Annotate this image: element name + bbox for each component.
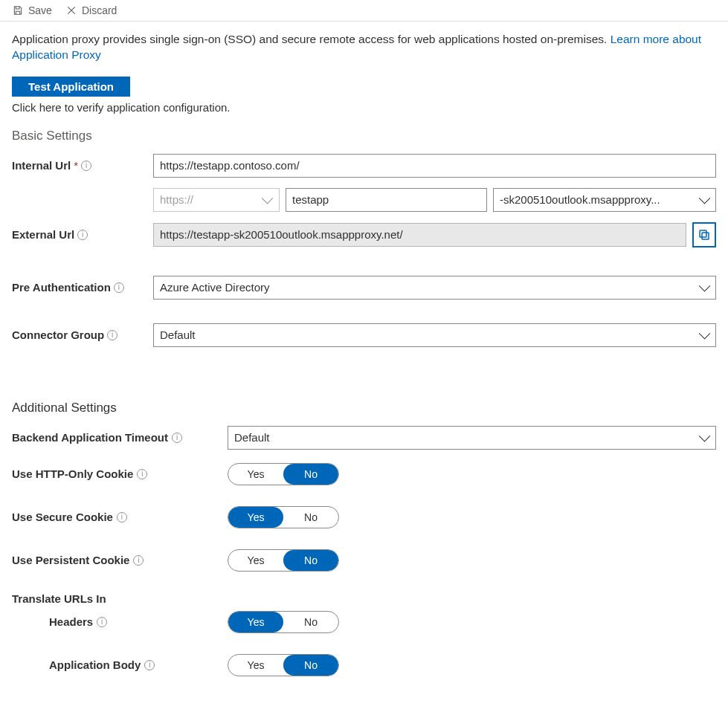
connector-label: Connector Group bbox=[12, 329, 104, 341]
toggle-no[interactable]: No bbox=[283, 612, 338, 632]
row-persistent-cookie: Use Persistent Cookie i Yes No bbox=[12, 549, 716, 572]
info-icon[interactable]: i bbox=[77, 230, 88, 240]
verify-text: Click here to verify application configu… bbox=[12, 101, 716, 114]
info-icon[interactable]: i bbox=[81, 161, 91, 171]
row-external-url: External Url i bbox=[12, 222, 716, 247]
info-icon[interactable]: i bbox=[117, 512, 127, 522]
external-url-label: External Url bbox=[12, 228, 74, 241]
toggle-yes[interactable]: Yes bbox=[228, 464, 283, 485]
save-label: Save bbox=[28, 4, 52, 16]
toggle-yes[interactable]: Yes bbox=[228, 507, 283, 528]
row-connector-group: Connector Group i bbox=[12, 323, 716, 347]
command-bar: Save Discard bbox=[0, 0, 728, 22]
backend-timeout-select[interactable] bbox=[228, 426, 716, 450]
row-translate-body: Application Body i Yes No bbox=[12, 654, 716, 676]
test-application-button[interactable]: Test Application bbox=[12, 77, 130, 97]
copy-external-url-button[interactable] bbox=[692, 222, 716, 247]
discard-label: Discard bbox=[82, 4, 117, 16]
body-toggle[interactable]: Yes No bbox=[228, 654, 339, 676]
copy-icon bbox=[698, 228, 711, 242]
toggle-no[interactable]: No bbox=[283, 464, 338, 485]
toggle-yes[interactable]: Yes bbox=[228, 550, 283, 571]
intro-paragraph: Application proxy provides single sign-o… bbox=[12, 33, 611, 45]
row-http-only-cookie: Use HTTP-Only Cookie i Yes No bbox=[12, 463, 716, 485]
save-icon bbox=[12, 4, 24, 16]
subdomain-input[interactable] bbox=[286, 188, 487, 212]
info-icon[interactable]: i bbox=[144, 660, 155, 670]
timeout-label: Backend Application Timeout bbox=[12, 431, 168, 444]
headers-label: Headers bbox=[49, 615, 93, 628]
preauth-label: Pre Authentication bbox=[12, 281, 111, 294]
info-icon[interactable]: i bbox=[97, 617, 107, 627]
row-preauth: Pre Authentication i bbox=[12, 276, 716, 300]
toggle-yes[interactable]: Yes bbox=[228, 612, 283, 632]
secure-cookie-label: Use Secure Cookie bbox=[12, 511, 113, 523]
info-icon[interactable]: i bbox=[133, 555, 144, 566]
svg-rect-1 bbox=[700, 230, 706, 237]
protocol-select[interactable]: https:// bbox=[153, 188, 280, 212]
persistent-cookie-toggle[interactable]: Yes No bbox=[228, 549, 339, 572]
row-internal-url: Internal Url * i bbox=[12, 154, 716, 178]
required-asterisk: * bbox=[74, 159, 78, 172]
http-only-label: Use HTTP-Only Cookie bbox=[12, 467, 133, 480]
toggle-no[interactable]: No bbox=[283, 655, 338, 676]
svg-rect-0 bbox=[702, 233, 709, 239]
info-icon[interactable]: i bbox=[107, 330, 117, 340]
discard-button[interactable]: Discard bbox=[65, 4, 117, 16]
headers-toggle[interactable]: Yes No bbox=[228, 611, 339, 633]
save-button[interactable]: Save bbox=[12, 4, 52, 16]
toggle-no[interactable]: No bbox=[283, 507, 338, 528]
external-url-output bbox=[153, 223, 686, 247]
basic-settings-heading: Basic Settings bbox=[12, 129, 716, 143]
protocol-value: https:// bbox=[160, 193, 193, 206]
internal-url-label: Internal Url bbox=[12, 159, 71, 172]
row-secure-cookie: Use Secure Cookie i Yes No bbox=[12, 506, 716, 528]
intro-text: Application proxy provides single sign-o… bbox=[12, 32, 716, 63]
body-label: Application Body bbox=[49, 658, 141, 671]
translate-urls-heading: Translate URLs In bbox=[12, 592, 716, 605]
toggle-no[interactable]: No bbox=[283, 550, 338, 571]
preauth-select[interactable] bbox=[153, 276, 716, 300]
persistent-cookie-label: Use Persistent Cookie bbox=[12, 554, 129, 566]
info-icon[interactable]: i bbox=[114, 282, 124, 293]
connector-select[interactable] bbox=[153, 323, 716, 347]
http-only-toggle[interactable]: Yes No bbox=[228, 463, 339, 485]
close-icon bbox=[65, 4, 77, 16]
additional-settings-heading: Additional Settings bbox=[12, 401, 716, 415]
toggle-yes[interactable]: Yes bbox=[228, 655, 283, 676]
secure-cookie-toggle[interactable]: Yes No bbox=[228, 506, 339, 528]
row-backend-timeout: Backend Application Timeout i bbox=[12, 426, 716, 450]
row-translate-headers: Headers i Yes No bbox=[12, 611, 716, 633]
domain-suffix-select[interactable] bbox=[493, 188, 716, 212]
internal-url-input[interactable] bbox=[153, 154, 716, 178]
row-external-url-parts: https:// bbox=[12, 188, 716, 212]
info-icon[interactable]: i bbox=[137, 469, 147, 479]
info-icon[interactable]: i bbox=[172, 433, 182, 443]
